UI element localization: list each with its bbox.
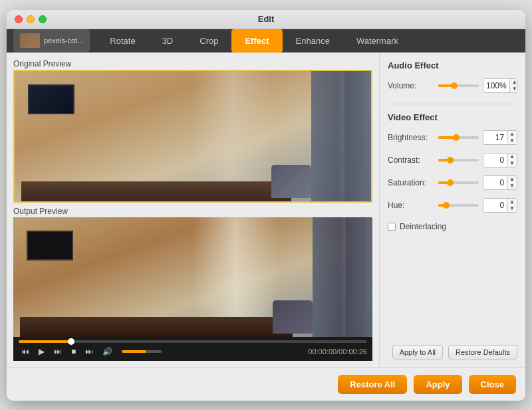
saturation-down-button[interactable]: ▼	[507, 183, 517, 189]
saturation-slider-track[interactable]	[438, 181, 479, 184]
skip-forward-button[interactable]: ⏭	[51, 346, 65, 358]
volume-stepper: ▲ ▼	[509, 79, 517, 92]
brightness-value-box: 17 ▲ ▼	[483, 130, 517, 145]
furniture-original	[21, 181, 291, 201]
contrast-down-button[interactable]: ▼	[507, 160, 517, 167]
tab-enhance[interactable]: Enhance	[283, 29, 343, 52]
hue-row: Hue: 0 ▲ ▼	[388, 198, 517, 213]
volume-up-button[interactable]: ▲	[510, 79, 517, 86]
volume-slider-track[interactable]	[438, 84, 479, 87]
deinterlacing-checkbox[interactable]	[388, 223, 396, 231]
saturation-row: Saturation: 0 ▲ ▼	[388, 175, 517, 190]
time-display: 00:00:00/00:00:26	[308, 348, 367, 356]
volume-down-button[interactable]: ▼	[510, 86, 517, 92]
right-panel: Audio Effect Volume: 100% ▲ ▼ Video Effe…	[379, 52, 525, 367]
next-frame-button[interactable]: ⏭	[82, 346, 96, 358]
tab-3d[interactable]: 3D	[149, 29, 187, 52]
hue-label: Hue:	[388, 201, 434, 210]
brightness-up-button[interactable]: ▲	[507, 131, 517, 138]
video-controls: ⏮ ▶ ⏭ ■ ⏭ 🔊 00:00:00/00:00:26	[13, 337, 372, 361]
hue-down-button[interactable]: ▼	[507, 205, 517, 212]
toolbar: pexels-cot... Rotate 3D Crop Effect Enha…	[7, 29, 525, 52]
tv-screen-original	[29, 86, 73, 113]
tab-crop[interactable]: Crop	[186, 29, 231, 52]
original-preview-label: Original Preview	[13, 59, 372, 68]
tab-rotate[interactable]: Rotate	[96, 29, 148, 52]
saturation-value-box: 0 ▲ ▼	[483, 175, 517, 190]
audio-section-title: Audio Effect	[388, 60, 517, 70]
tv-output	[27, 231, 73, 260]
apply-to-all-button[interactable]: Apply to All	[392, 345, 443, 359]
hue-slider-track[interactable]	[438, 204, 479, 207]
title-bar: Edit	[7, 10, 525, 29]
chair-original	[271, 165, 311, 198]
apply-to-row: Apply to All Restore Defaults	[388, 345, 517, 359]
curtain-right-original	[344, 71, 371, 201]
restore-all-button[interactable]: Restore All	[338, 375, 407, 394]
volume-label: Volume:	[388, 81, 434, 90]
saturation-up-button[interactable]: ▲	[507, 176, 517, 183]
brightness-stepper: ▲ ▼	[507, 131, 517, 144]
file-thumb-image	[20, 33, 40, 48]
progress-bar[interactable]	[19, 340, 367, 343]
tab-effect[interactable]: Effect	[231, 29, 282, 52]
progress-bar-fill	[19, 340, 71, 343]
hue-stepper: ▲ ▼	[507, 199, 517, 212]
saturation-label: Saturation:	[388, 178, 434, 187]
divider-1	[388, 104, 517, 104]
contrast-slider-track[interactable]	[438, 159, 479, 161]
main-window: Edit pexels-cot... Rotate 3D Crop Effect…	[7, 10, 525, 401]
tv-original	[28, 84, 74, 114]
original-preview-image	[15, 71, 371, 201]
contrast-value-box: 0 ▲ ▼	[483, 153, 517, 167]
saturation-stepper: ▲ ▼	[507, 176, 517, 189]
furniture-output	[20, 317, 293, 337]
apply-button[interactable]: Apply	[414, 375, 462, 394]
file-name: pexels-cot...	[44, 37, 83, 45]
minimize-traffic-light[interactable]	[27, 15, 35, 23]
contrast-up-button[interactable]: ▲	[507, 154, 517, 160]
spacer	[388, 237, 517, 337]
deinterlacing-label: Deinterlacing	[400, 222, 446, 231]
volume-slider[interactable]	[122, 350, 162, 353]
window-title: Edit	[258, 14, 275, 24]
volume-row: Volume: 100% ▲ ▼	[388, 78, 517, 93]
video-section-title: Video Effect	[388, 112, 517, 122]
output-preview-image	[13, 217, 372, 337]
brightness-down-button[interactable]: ▼	[507, 138, 517, 144]
main-area: Original Preview Output	[7, 52, 525, 367]
chair-output	[273, 300, 313, 334]
output-preview-section: Output Preview	[13, 207, 372, 361]
file-thumbnail[interactable]: pexels-cot...	[13, 29, 90, 52]
original-preview-section: Original Preview	[13, 59, 372, 203]
volume-value-box: 100% ▲ ▼	[483, 78, 517, 93]
hue-value-box: 0 ▲ ▼	[483, 198, 517, 213]
controls-row: ⏮ ▶ ⏭ ■ ⏭ 🔊 00:00:00/00:00:26	[19, 346, 367, 358]
restore-defaults-button[interactable]: Restore Defaults	[448, 345, 517, 359]
close-traffic-light[interactable]	[15, 15, 23, 23]
hue-value: 0	[483, 200, 507, 211]
contrast-row: Contrast: 0 ▲ ▼	[388, 153, 517, 167]
progress-dot	[68, 338, 74, 345]
maximize-traffic-light[interactable]	[39, 15, 47, 23]
contrast-label: Contrast:	[388, 155, 434, 165]
traffic-lights	[15, 15, 47, 23]
hue-up-button[interactable]: ▲	[507, 199, 517, 205]
skip-back-button[interactable]: ⏮	[19, 346, 32, 358]
output-preview-box	[13, 217, 372, 337]
brightness-slider-thumb	[453, 134, 460, 141]
stop-button[interactable]: ■	[68, 346, 78, 358]
brightness-slider-track[interactable]	[438, 136, 479, 139]
contrast-stepper: ▲ ▼	[507, 154, 517, 167]
preview-panel: Original Preview Output	[7, 52, 379, 367]
output-preview-label: Output Preview	[13, 207, 372, 216]
volume-value: 100%	[483, 80, 509, 91]
play-button[interactable]: ▶	[36, 346, 47, 358]
curtain-right-output	[346, 217, 372, 337]
volume-icon[interactable]: 🔊	[100, 346, 115, 358]
hue-slider-thumb	[443, 202, 450, 209]
tab-watermark[interactable]: Watermark	[343, 29, 412, 52]
bottom-bar: Restore All Apply Close	[7, 367, 525, 401]
close-button[interactable]: Close	[469, 375, 516, 394]
contrast-value: 0	[483, 155, 507, 165]
